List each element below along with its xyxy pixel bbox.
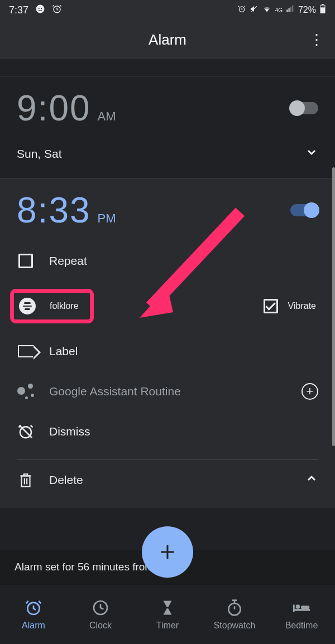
alarm-indicator-icon (237, 4, 246, 16)
assistant-routine-option[interactable]: Google Assistant Routine + (17, 371, 318, 411)
network-label: 4G (275, 7, 283, 13)
alarm-time-ampm: AM (98, 109, 116, 124)
nav-timer[interactable]: Timer (134, 585, 201, 644)
alarm-item-expanded: 8:33 PM Repeat folklore (0, 178, 335, 508)
svg-rect-9 (292, 5, 293, 12)
label-label: Label (49, 345, 78, 358)
svg-point-21 (228, 603, 240, 615)
status-bar: 7:37 4G 72% (0, 0, 335, 20)
spotify-icon (19, 298, 36, 314)
vibrate-label: Vibrate (288, 301, 316, 311)
alarm-time-value: 9:00 (17, 88, 91, 129)
dismiss-option[interactable]: Dismiss (17, 411, 318, 452)
reddit-icon (35, 4, 45, 17)
assistant-icon (17, 384, 34, 399)
timer-nav-icon (158, 598, 177, 617)
nav-label: Timer (156, 621, 179, 631)
alarm-toggle[interactable] (290, 102, 318, 114)
sound-option[interactable]: folklore (10, 289, 94, 323)
svg-rect-7 (289, 8, 290, 12)
svg-rect-15 (22, 476, 30, 487)
label-option[interactable]: Label (17, 331, 318, 371)
add-alarm-fab[interactable] (142, 526, 193, 578)
add-routine-icon[interactable]: + (302, 383, 318, 400)
svg-point-0 (36, 4, 45, 13)
bottom-nav: Alarm Clock Timer Stopwatch Bedtime (0, 584, 335, 644)
mute-icon (250, 4, 259, 16)
alarm-time-value: 8:33 (17, 190, 91, 231)
checkbox-checked-icon (264, 299, 278, 313)
vibrate-option[interactable]: Vibrate (264, 289, 318, 323)
stopwatch-nav-icon (225, 598, 244, 617)
svg-rect-25 (301, 606, 309, 609)
more-menu-icon[interactable]: ⋮ (309, 31, 324, 49)
wifi-icon (262, 4, 272, 16)
svg-point-1 (39, 8, 40, 9)
alarm-item[interactable]: 9:00 AM Sun, Sat (0, 76, 335, 178)
svg-point-2 (41, 8, 42, 9)
repeat-option[interactable]: Repeat (17, 241, 318, 281)
alarm-toggle[interactable] (290, 204, 318, 216)
svg-rect-22 (293, 609, 310, 611)
svg-rect-6 (286, 9, 288, 12)
dismiss-label: Dismiss (49, 425, 90, 438)
status-time: 7:37 (9, 4, 28, 16)
trash-icon (17, 471, 35, 489)
nav-bedtime[interactable]: Bedtime (268, 585, 335, 644)
signal-icon (286, 4, 295, 16)
alarm-status-icon (52, 4, 62, 17)
collapse-icon[interactable] (305, 472, 318, 488)
app-bar: Alarm ⋮ (0, 20, 335, 59)
svg-point-24 (296, 604, 300, 609)
dismiss-icon (17, 423, 35, 440)
checkbox-unchecked-icon (18, 254, 33, 268)
repeat-label: Repeat (49, 254, 87, 268)
battery-icon (319, 4, 326, 16)
svg-rect-8 (290, 7, 291, 12)
delete-option[interactable]: Delete (17, 471, 83, 489)
page-title: Alarm (149, 31, 186, 49)
scroll-indicator[interactable] (332, 167, 335, 446)
nav-label: Stopwatch (214, 621, 256, 631)
alarm-time-ampm: PM (98, 211, 116, 226)
alarm-days: Sun, Sat (17, 147, 62, 161)
delete-label: Delete (49, 473, 83, 487)
bedtime-nav-icon (292, 598, 311, 617)
nav-label: Bedtime (285, 621, 318, 631)
alarm-nav-icon (24, 598, 43, 617)
svg-rect-23 (293, 604, 295, 612)
label-icon (18, 345, 34, 357)
alarm-time-display[interactable]: 8:33 PM (17, 190, 116, 231)
assistant-label: Google Assistant Routine (49, 385, 181, 398)
expand-icon[interactable] (305, 146, 318, 162)
nav-alarm[interactable]: Alarm (0, 585, 67, 644)
nav-clock[interactable]: Clock (67, 585, 134, 644)
nav-stopwatch[interactable]: Stopwatch (201, 585, 268, 644)
alarm-time-display[interactable]: 9:00 AM (17, 88, 116, 129)
svg-rect-11 (322, 4, 324, 5)
battery-percent: 72% (298, 5, 316, 15)
sound-label: folklore (50, 301, 79, 311)
clock-nav-icon (91, 598, 110, 617)
nav-label: Alarm (22, 621, 45, 631)
svg-rect-12 (320, 6, 324, 8)
nav-label: Clock (89, 621, 112, 631)
